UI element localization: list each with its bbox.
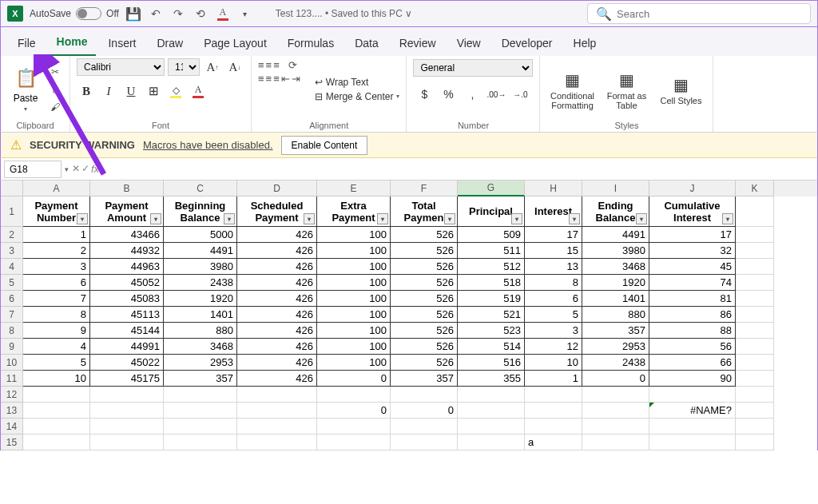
tab-formulas[interactable]: Formulas [279, 30, 343, 56]
row-header-9[interactable]: 9 [1, 339, 23, 355]
cell[interactable] [458, 403, 525, 419]
cell[interactable]: 3980 [582, 243, 649, 259]
cell[interactable]: 519 [458, 291, 525, 307]
cell[interactable]: 523 [458, 323, 525, 339]
cell[interactable]: 526 [391, 227, 458, 243]
cell[interactable] [90, 387, 164, 403]
cell[interactable]: 66 [649, 355, 736, 371]
cell[interactable]: 100 [317, 243, 391, 259]
search-box[interactable]: 🔍 [587, 3, 811, 24]
cell[interactable] [90, 403, 164, 419]
fx-icon[interactable]: fx [91, 163, 99, 175]
cell[interactable]: 526 [391, 275, 458, 291]
cell[interactable]: 3980 [164, 259, 237, 275]
cell[interactable] [458, 435, 525, 450]
cell[interactable]: 357 [391, 371, 458, 387]
row-header-1[interactable]: 1 [1, 196, 23, 227]
cell[interactable]: 426 [237, 291, 317, 307]
col-header-I[interactable]: I [582, 181, 649, 196]
filter-arrow-icon[interactable]: ▾ [569, 213, 580, 224]
row-header-15[interactable]: 15 [1, 435, 23, 450]
header-cell[interactable]: Cumulative Interest▾ [649, 196, 736, 227]
align-top-icon[interactable]: ≡ [258, 59, 264, 71]
cell[interactable]: 526 [391, 355, 458, 371]
cell[interactable]: 45 [649, 259, 736, 275]
row-header-10[interactable]: 10 [1, 355, 23, 371]
cell[interactable]: 3468 [582, 259, 649, 275]
cell[interactable]: 45083 [90, 291, 164, 307]
cell[interactable] [164, 435, 237, 450]
cell[interactable]: 526 [391, 323, 458, 339]
cell[interactable]: 100 [317, 339, 391, 355]
header-cell[interactable]: Scheduled Payment▾ [237, 196, 317, 227]
cell[interactable] [458, 419, 525, 435]
cell[interactable]: 355 [458, 371, 525, 387]
header-cell[interactable]: Beginning Balance▾ [164, 196, 237, 227]
cell[interactable]: 526 [391, 291, 458, 307]
cell-styles-button[interactable]: ▦Cell Styles [655, 59, 706, 119]
cell[interactable]: 45113 [90, 307, 164, 323]
row-header-5[interactable]: 5 [1, 275, 23, 291]
cancel-formula-icon[interactable]: ✕ [72, 163, 80, 175]
cell[interactable] [23, 435, 90, 450]
cell[interactable] [164, 387, 237, 403]
cell[interactable]: 5000 [164, 227, 237, 243]
font-color-button[interactable]: A [189, 81, 208, 101]
formula-input[interactable] [102, 161, 817, 178]
cell[interactable]: 426 [237, 227, 317, 243]
align-bottom-icon[interactable]: ≡ [273, 59, 280, 71]
enable-content-button[interactable]: Enable Content [281, 136, 368, 155]
tab-draw[interactable]: Draw [148, 30, 192, 56]
cell[interactable]: 8 [23, 307, 90, 323]
indent-decrease-icon[interactable]: ⇤ [281, 73, 290, 85]
cell[interactable] [23, 387, 90, 403]
search-input[interactable] [617, 8, 802, 20]
wrap-text-button[interactable]: ↩Wrap Text [315, 77, 400, 88]
cell[interactable]: 3 [525, 323, 582, 339]
cell[interactable]: 357 [582, 323, 649, 339]
cell[interactable]: 0 [582, 371, 649, 387]
cell[interactable]: 9 [23, 323, 90, 339]
cell[interactable]: 1920 [164, 291, 237, 307]
cell[interactable]: 426 [237, 355, 317, 371]
cell[interactable] [164, 419, 237, 435]
cell[interactable]: 100 [317, 227, 391, 243]
cell[interactable]: 5 [23, 355, 90, 371]
cell[interactable] [582, 387, 649, 403]
cell[interactable]: 2 [23, 243, 90, 259]
cell[interactable]: 426 [237, 339, 317, 355]
name-box[interactable] [4, 161, 62, 178]
conditional-formatting-button[interactable]: ▦Conditional Formatting [546, 59, 598, 119]
cell[interactable]: 526 [391, 339, 458, 355]
col-header-D[interactable]: D [237, 181, 317, 196]
cell[interactable]: 0 [317, 403, 391, 419]
tab-help[interactable]: Help [565, 30, 606, 56]
qat-dropdown-icon[interactable]: ▾ [237, 6, 253, 22]
cell[interactable] [525, 403, 582, 419]
header-cell[interactable]: Interest▾ [525, 196, 582, 227]
cell[interactable]: 2438 [582, 355, 649, 371]
cell[interactable] [90, 435, 164, 450]
cell[interactable] [525, 419, 582, 435]
cell[interactable] [582, 419, 649, 435]
cell[interactable]: 15 [525, 243, 582, 259]
cell[interactable]: 509 [458, 227, 525, 243]
cell[interactable]: 512 [458, 259, 525, 275]
cell[interactable] [317, 387, 391, 403]
cell[interactable]: 56 [649, 339, 736, 355]
filter-arrow-icon[interactable]: ▾ [511, 213, 522, 224]
cell[interactable] [736, 435, 774, 450]
filter-arrow-icon[interactable]: ▾ [150, 213, 161, 224]
cell[interactable] [582, 403, 649, 419]
cell[interactable] [736, 387, 774, 403]
cell[interactable]: 516 [458, 355, 525, 371]
warning-message[interactable]: Macros have been disabled. [143, 139, 273, 151]
filename-label[interactable]: Test 123.... • Saved to this PC ∨ [276, 8, 412, 19]
header-cell[interactable]: Payment Number▾ [23, 196, 90, 227]
row-header-7[interactable]: 7 [1, 307, 23, 323]
cell[interactable]: 880 [164, 323, 237, 339]
indent-increase-icon[interactable]: ⇥ [292, 73, 300, 85]
cell[interactable]: 6 [23, 275, 90, 291]
tab-view[interactable]: View [448, 30, 490, 56]
filter-arrow-icon[interactable]: ▾ [224, 213, 235, 224]
